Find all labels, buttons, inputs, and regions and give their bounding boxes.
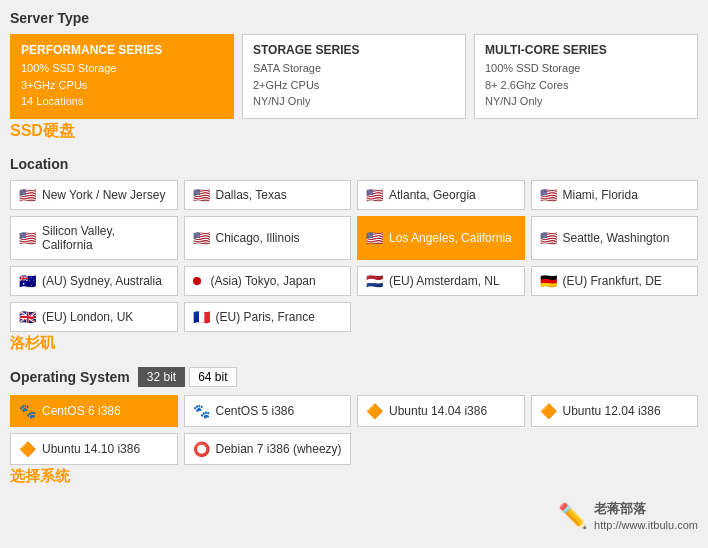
- footer-area: ✏️ 老蒋部落 http://www.itbulu.com: [10, 500, 698, 534]
- os-title: Operating System: [10, 369, 130, 385]
- location-card-amsterdam[interactable]: 🇳🇱(EU) Amsterdam, NL: [357, 266, 525, 296]
- os-header: Operating System 32 bit64 bit: [10, 367, 698, 387]
- server-card-title: PERFORMANCE SERIES: [21, 43, 223, 57]
- location-card-tokyo[interactable]: (Asia) Tokyo, Japan: [184, 266, 352, 296]
- server-card-performance[interactable]: PERFORMANCE SERIES100% SSD Storage 3+GHz…: [10, 34, 234, 119]
- flag-icon: 🇺🇸: [193, 231, 210, 245]
- os-card-centos6[interactable]: 🐾CentOS 6 i386: [10, 395, 178, 427]
- la-label: 洛杉矶: [10, 334, 55, 353]
- bit-btn-1[interactable]: 64 bit: [189, 367, 236, 387]
- location-card-dallas[interactable]: 🇺🇸Dallas, Texas: [184, 180, 352, 210]
- bit-btn-0[interactable]: 32 bit: [138, 367, 185, 387]
- flag-icon: 🇬🇧: [19, 310, 36, 324]
- brand-name: 老蒋部落: [594, 500, 698, 518]
- location-label: (EU) Amsterdam, NL: [389, 274, 500, 288]
- location-card-sv[interactable]: 🇺🇸Silicon Valley, California: [10, 216, 178, 260]
- flag-icon: 🇩🇪: [540, 274, 557, 288]
- flag-icon: 🇫🇷: [193, 310, 210, 324]
- flag-icon: 🇺🇸: [540, 231, 557, 245]
- server-card-title: STORAGE SERIES: [253, 43, 455, 57]
- flag-icon: 🇺🇸: [540, 188, 557, 202]
- os-grid: 🐾CentOS 6 i386🐾CentOS 5 i386🔶Ubuntu 14.0…: [10, 395, 698, 465]
- location-label: Los Angeles, California: [389, 231, 512, 245]
- location-card-frankfurt[interactable]: 🇩🇪(EU) Frankfurt, DE: [531, 266, 699, 296]
- server-type-grid: PERFORMANCE SERIES100% SSD Storage 3+GHz…: [10, 34, 698, 119]
- flag-icon: 🇦🇺: [19, 274, 36, 288]
- watermark-icon: ✏️: [558, 502, 588, 530]
- location-label: (EU) London, UK: [42, 310, 133, 324]
- location-grid: 🇺🇸New York / New Jersey🇺🇸Dallas, Texas🇺🇸…: [10, 180, 698, 332]
- location-card-la[interactable]: 🇺🇸Los Angeles, California: [357, 216, 525, 260]
- location-section: Location 🇺🇸New York / New Jersey🇺🇸Dallas…: [10, 156, 698, 353]
- server-type-section: Server Type PERFORMANCE SERIES100% SSD S…: [10, 10, 698, 142]
- location-card-ny[interactable]: 🇺🇸New York / New Jersey: [10, 180, 178, 210]
- os-card-ubuntu1404[interactable]: 🔶Ubuntu 14.04 i386: [357, 395, 525, 427]
- watermark: ✏️ 老蒋部落 http://www.itbulu.com: [558, 500, 698, 534]
- os-icon: 🔶: [366, 403, 383, 419]
- dot-icon: [193, 277, 201, 285]
- location-card-seattle[interactable]: 🇺🇸Seattle, Washington: [531, 216, 699, 260]
- server-type-title: Server Type: [10, 10, 698, 26]
- brand-url: http://www.itbulu.com: [594, 518, 698, 533]
- flag-icon: 🇺🇸: [366, 188, 383, 202]
- ssd-label: SSD硬盘: [10, 121, 75, 142]
- watermark-text: 老蒋部落 http://www.itbulu.com: [594, 500, 698, 534]
- location-label: (Asia) Tokyo, Japan: [211, 274, 316, 288]
- location-card-sydney[interactable]: 🇦🇺(AU) Sydney, Australia: [10, 266, 178, 296]
- os-label: Ubuntu 12.04 i386: [563, 404, 661, 418]
- os-card-debian7[interactable]: ⭕Debian 7 i386 (wheezy): [184, 433, 352, 465]
- location-card-miami[interactable]: 🇺🇸Miami, Florida: [531, 180, 699, 210]
- location-card-chicago[interactable]: 🇺🇸Chicago, Illinois: [184, 216, 352, 260]
- os-card-centos5[interactable]: 🐾CentOS 5 i386: [184, 395, 352, 427]
- location-card-atlanta[interactable]: 🇺🇸Atlanta, Georgia: [357, 180, 525, 210]
- server-card-title: MULTI-CORE SERIES: [485, 43, 687, 57]
- location-label: Seattle, Washington: [563, 231, 670, 245]
- os-icon: ⭕: [193, 441, 210, 457]
- server-card-desc: 100% SSD Storage 3+GHz CPUs 14 Locations: [21, 60, 223, 110]
- server-card-desc: 100% SSD Storage 8+ 2.6Ghz Cores NY/NJ O…: [485, 60, 687, 110]
- location-label: (EU) Frankfurt, DE: [563, 274, 662, 288]
- location-label: (EU) Paris, France: [216, 310, 315, 324]
- location-title: Location: [10, 156, 698, 172]
- location-label: Atlanta, Georgia: [389, 188, 476, 202]
- flag-icon: 🇺🇸: [19, 188, 36, 202]
- os-icon: 🔶: [540, 403, 557, 419]
- flag-icon: 🇺🇸: [19, 231, 36, 245]
- os-section: Operating System 32 bit64 bit 🐾CentOS 6 …: [10, 367, 698, 486]
- os-card-ubuntu1410[interactable]: 🔶Ubuntu 14.10 i386: [10, 433, 178, 465]
- location-card-paris[interactable]: 🇫🇷(EU) Paris, France: [184, 302, 352, 332]
- flag-icon: 🇺🇸: [366, 231, 383, 245]
- location-label: Chicago, Illinois: [216, 231, 300, 245]
- server-card-storage[interactable]: STORAGE SERIESSATA Storage 2+GHz CPUs NY…: [242, 34, 466, 119]
- os-label: Debian 7 i386 (wheezy): [216, 442, 342, 456]
- os-icon: 🐾: [19, 403, 36, 419]
- os-label: Ubuntu 14.10 i386: [42, 442, 140, 456]
- location-label: New York / New Jersey: [42, 188, 165, 202]
- os-card-ubuntu1204[interactable]: 🔶Ubuntu 12.04 i386: [531, 395, 699, 427]
- location-label: Dallas, Texas: [216, 188, 287, 202]
- flag-icon: 🇳🇱: [366, 274, 383, 288]
- location-label: (AU) Sydney, Australia: [42, 274, 162, 288]
- flag-icon: 🇺🇸: [193, 188, 210, 202]
- os-label: 选择系统: [10, 467, 698, 486]
- os-icon: 🔶: [19, 441, 36, 457]
- location-card-london[interactable]: 🇬🇧(EU) London, UK: [10, 302, 178, 332]
- server-card-desc: SATA Storage 2+GHz CPUs NY/NJ Only: [253, 60, 455, 110]
- os-label: Ubuntu 14.04 i386: [389, 404, 487, 418]
- location-label: Miami, Florida: [563, 188, 638, 202]
- server-card-multicore[interactable]: MULTI-CORE SERIES100% SSD Storage 8+ 2.6…: [474, 34, 698, 119]
- location-label: Silicon Valley, California: [42, 224, 169, 252]
- bit-buttons: 32 bit64 bit: [138, 367, 237, 387]
- os-icon: 🐾: [193, 403, 210, 419]
- os-label: CentOS 5 i386: [216, 404, 295, 418]
- os-label: CentOS 6 i386: [42, 404, 121, 418]
